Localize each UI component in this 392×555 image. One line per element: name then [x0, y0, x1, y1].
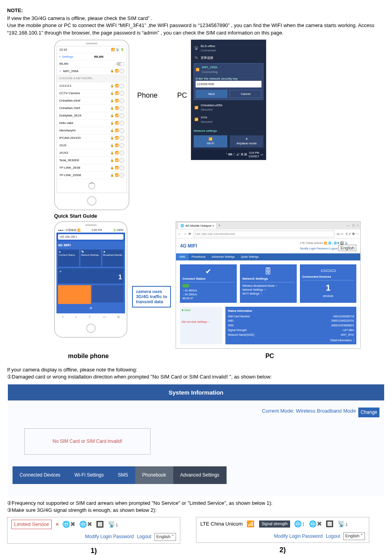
loading-spinner	[88, 182, 95, 189]
camera-traffic-callout: camera uses3G/4G traffic totransmit data	[132, 286, 171, 308]
no-click-settings[interactable]: Did not click Settings ›	[181, 320, 221, 324]
home-button[interactable]	[86, 324, 96, 333]
network-row[interactable]: IPCAM-281433🔒📶i	[57, 135, 127, 142]
current-mode-label: Current Mode: Wireless Broadband Mode	[262, 408, 356, 415]
mifi-logo: 4G MIFI	[180, 243, 197, 249]
back-icon[interactable]: <	[62, 315, 64, 320]
link-wifi-settings[interactable]: Wi-Fi Settings ›	[242, 292, 294, 296]
point-3: ③Make sure 3G/4G signal strength is enou…	[7, 507, 385, 514]
address-bar[interactable]: 192.168.100.1	[58, 234, 123, 240]
close-icon[interactable]: ×	[357, 223, 359, 227]
max-icon[interactable]: ☐	[352, 223, 355, 227]
nav-back-icon[interactable]: ←	[178, 232, 181, 236]
example-1-label: 1)	[7, 546, 180, 555]
connected-network[interactable]: 🖥️ BLS-officeConnected	[194, 42, 263, 54]
next-button[interactable]: Next	[196, 90, 227, 98]
broadband-item[interactable]: 🔌 宽带连接	[194, 54, 263, 62]
nav-fwd-icon[interactable]: →	[183, 232, 186, 236]
network-row[interactable]: hello cake🔒📶i	[57, 120, 127, 127]
wlan-toggle[interactable]	[116, 62, 124, 66]
modify-password-link[interactable]: Modify Login Password	[85, 533, 134, 540]
card-connect-status: ✔ Connect Status ↑ 42.48Kb/s ↓ 34.10Kb/s…	[180, 264, 237, 303]
fwd-icon[interactable]: >	[75, 315, 77, 320]
link-broadband-mode[interactable]: Wireless Broadband Mode ›	[242, 284, 294, 288]
globe-updown-icon: 🌐↕	[294, 520, 305, 528]
network-row[interactable]: 1111111🔒📶i	[57, 82, 127, 90]
tab-phonebook[interactable]: Phonebook	[189, 253, 209, 260]
link-network-settings[interactable]: Network Settings ›	[242, 288, 294, 292]
network-row[interactable]: TP-LINK_DD08🔒📶i	[57, 172, 127, 179]
network-row[interactable]: JXJX🔒📶i	[57, 142, 127, 149]
network-row[interactable]: hiknvfwryhh🔒📶i	[57, 127, 127, 135]
network-settings-link[interactable]: Network settings	[194, 129, 263, 133]
network-row[interactable]: DoMyNet_3E24🔒📶i	[57, 112, 127, 120]
lang-select[interactable]: English ˅	[154, 533, 176, 540]
wifi-tile[interactable]: 📶Wi-Fi	[194, 135, 227, 147]
tab-phonebook[interactable]: Phonebook	[135, 466, 173, 484]
min-icon[interactable]: —	[347, 223, 350, 227]
share-icon[interactable]: ⇧	[88, 315, 91, 320]
network-row[interactable]: ChinaNet-d3mf🔒📶i	[57, 97, 127, 105]
phone-speaker	[86, 43, 98, 44]
menu-icons[interactable]: ≡ ⤢ ⚙ ⋯	[346, 232, 359, 236]
network-row[interactable]: TP-LINK_2E08🔒📶i	[57, 164, 127, 172]
change-button[interactable]: Change	[358, 408, 379, 417]
tab-connected-devices[interactable]: Connected Devices	[13, 466, 67, 484]
tab-quick[interactable]: Quick Settings	[238, 253, 261, 260]
header-links[interactable]: Modify Login Password Logout	[300, 247, 338, 250]
caption-mobile: mobile phone	[54, 352, 123, 360]
globe-x-icon: 🌐✖	[79, 520, 92, 529]
tabs-icon[interactable]: ⧉	[117, 315, 120, 320]
star-icon[interactable]: ▭ ☆	[337, 232, 343, 236]
wlan-screen: 13:16 📶 📡 🔋 < Settings WLAN WLAN ✓MIFI_2…	[56, 46, 127, 193]
tab-sms[interactable]: SMS	[176, 253, 188, 260]
detail-info-link[interactable]: Detail Information ›	[228, 338, 354, 342]
note-line2: Use the mobile phone or PC to connect th…	[7, 22, 374, 35]
network-item[interactable]: 📶ChinaNet-uR56Secured	[194, 102, 263, 113]
wifi-icon: 📶	[196, 67, 200, 72]
network-row[interactable]: JXJX2🔒📶i	[57, 149, 127, 157]
modify-password-link[interactable]: Modify Login Password	[274, 533, 323, 540]
wifi-icon: 📶	[194, 117, 198, 122]
quote-mark: ” .	[148, 15, 152, 21]
tile-network-settings[interactable]: 📡Network Settings	[80, 249, 102, 267]
notification-icon[interactable]: ▭	[261, 153, 263, 156]
globe-x-icon: 🌐✖	[334, 242, 339, 244]
connected-network-row[interactable]: ✓MIFI_295A 🔒📶i	[57, 67, 127, 75]
connection-toggle[interactable]	[182, 284, 189, 288]
tile-blue[interactable]	[92, 285, 123, 302]
tile-orange[interactable]	[58, 285, 91, 304]
url-input[interactable]: 192.168.100.1/en/html/home	[194, 231, 334, 237]
wlan-label: WLAN	[59, 62, 68, 66]
lang-select[interactable]: English ˅	[343, 532, 365, 540]
network-item[interactable]: 📶XYHSecured	[194, 114, 263, 126]
password-input[interactable]: 1234567890	[196, 81, 261, 87]
home-button[interactable]	[87, 196, 96, 206]
carrier-label: LTE China Unicom	[200, 520, 243, 528]
lock-icon: 🔒	[110, 69, 114, 73]
airplane-tile[interactable]: ✈Airplane mode	[230, 135, 263, 147]
signal-bars-icon: 📶	[247, 520, 254, 528]
tile-connect-status[interactable]: ⊕Connect Status	[58, 249, 79, 267]
info-icon[interactable]: i	[120, 69, 124, 73]
network-row[interactable]: ChinaNet-J3e5🔒📶i	[57, 105, 127, 112]
tab-wifi-settings[interactable]: Wi-Fi Settings	[67, 466, 111, 484]
tab-advanced[interactable]: Advanced Settings	[209, 253, 238, 260]
cancel-button[interactable]: Cancel	[230, 90, 261, 98]
new-tab-button[interactable]: +	[218, 223, 220, 227]
back-button[interactable]: < Settings	[59, 55, 73, 59]
refresh-icon[interactable]: ⟳	[189, 232, 191, 236]
network-row[interactable]: Teda_3E30D0🔒📶i	[57, 157, 127, 164]
tab-advanced-settings[interactable]: Advanced Settings	[173, 466, 227, 484]
note-body: If view the 3G/4G camera is offline, ple…	[7, 15, 385, 36]
lang-select[interactable]: English	[338, 245, 356, 251]
tab-sms[interactable]: SMS	[111, 466, 135, 484]
check-icon: ✓	[59, 69, 62, 73]
logout-link[interactable]: Logout	[137, 533, 151, 540]
row-service-examples: Limited Service × 🌐✖ 🌐✖ 🔲 📡₁ Modify Logi…	[7, 517, 385, 555]
tile-broadcast[interactable]: 🖥Broadcast Module	[102, 249, 123, 267]
bookmarks-icon[interactable]: ▭	[103, 315, 106, 320]
browser-tab[interactable]: 🌐 4G Mobile Hotspot ×	[178, 222, 216, 229]
logout-link[interactable]: Logout	[326, 533, 340, 540]
network-row[interactable]: CCTV Camera🔒📶i	[57, 90, 127, 97]
